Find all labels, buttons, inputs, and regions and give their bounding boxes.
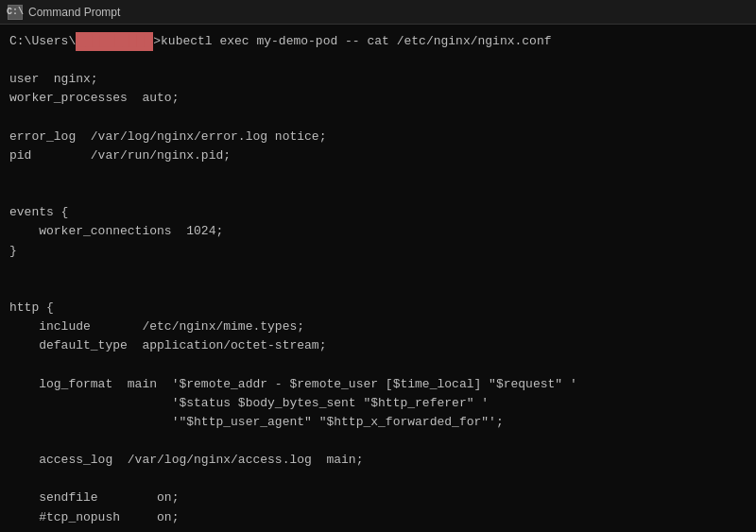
terminal-line: #tcp_nopush on; (9, 508, 747, 527)
prompt-user-redacted: ██████████ (76, 32, 153, 51)
terminal-line: error_log /var/log/nginx/error.log notic… (9, 128, 747, 146)
terminal-line (9, 280, 747, 299)
terminal-line (9, 165, 747, 184)
terminal-line (9, 51, 747, 70)
terminal-line: http { (9, 299, 747, 317)
prompt-command: >kubectl exec my-demo-pod -- cat /etc/ng… (153, 32, 551, 51)
terminal-line: user nginx; (9, 70, 747, 89)
terminal-icon: C:\ (8, 5, 23, 20)
terminal-line (9, 432, 747, 451)
prompt-line: C:\Users\██████████>kubectl exec my-demo… (9, 32, 747, 51)
terminal-line: '"$http_user_agent" "$http_x_forwarded_f… (9, 413, 747, 432)
title-bar-text: Command Prompt (28, 6, 120, 19)
terminal-line (9, 184, 747, 203)
terminal-line: log_format main '$remote_addr - $remote_… (9, 375, 747, 394)
terminal-line: access_log /var/log/nginx/access.log mai… (9, 451, 747, 470)
terminal-line (9, 109, 747, 128)
terminal-line: worker_connections 1024; (9, 222, 747, 241)
terminal-line: events { (9, 203, 747, 222)
title-bar: C:\ Command Prompt (0, 0, 756, 25)
terminal-line: '$status $body_bytes_sent "$http_referer… (9, 394, 747, 413)
terminal-line: pid /var/run/nginx.pid; (9, 146, 747, 165)
terminal-line (9, 527, 747, 532)
terminal-line: worker_processes auto; (9, 89, 747, 108)
terminal-line: } (9, 242, 747, 261)
terminal-window[interactable]: C:\Users\██████████>kubectl exec my-demo… (0, 25, 756, 532)
terminal-output: user nginx;worker_processes auto;error_l… (9, 51, 747, 532)
terminal-line: default_type application/octet-stream; (9, 336, 747, 355)
terminal-line (9, 470, 747, 489)
terminal-line (9, 261, 747, 280)
prompt-path: C:\Users\ (9, 32, 76, 51)
terminal-line: sendfile on; (9, 489, 747, 507)
terminal-line: include /etc/nginx/mime.types; (9, 317, 747, 336)
terminal-line (9, 355, 747, 374)
